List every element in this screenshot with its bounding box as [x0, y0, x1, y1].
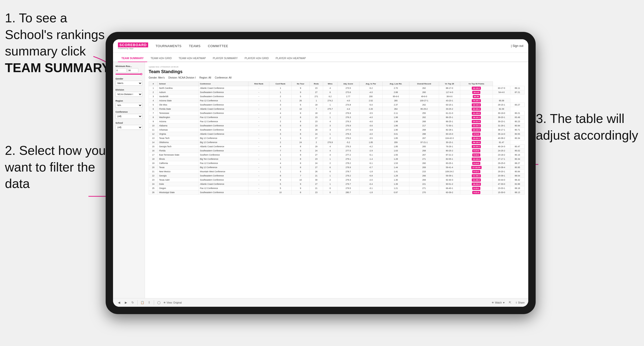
- filter-max-input[interactable]: [127, 68, 138, 73]
- table-cell: 278.7: [337, 170, 359, 174]
- table-row[interactable]: 14OklahomaBig 12 Conference-2242276.9-5.…: [149, 140, 524, 145]
- tab-team-h2h-grid[interactable]: TEAM H2H GRID: [147, 55, 175, 62]
- table-cell: 80.21: [510, 111, 524, 115]
- table-cell: Pac-12 Conference: [198, 99, 248, 103]
- toolbar-divider-1: [137, 300, 138, 305]
- table-cell: 23: [310, 190, 323, 195]
- points-badge: 23-23-1: [472, 145, 481, 148]
- table-cell: 1.30: [382, 178, 409, 182]
- table-cell: 268: [409, 120, 439, 124]
- table-row[interactable]: 1North CarolinaAtlantic Coast Conference…: [149, 86, 524, 90]
- table-cell: 92-40-3: [439, 178, 460, 182]
- tab-team-summary[interactable]: TEAM SUMMARY: [118, 55, 147, 62]
- table-title: Team Standings: [149, 69, 524, 74]
- table-row[interactable]: 10AlabamaSoutheastern Conference-5823327…: [149, 124, 524, 128]
- table-cell: 15-32-2: [460, 136, 493, 140]
- table-cell: 88.27: [510, 161, 524, 166]
- toolbar-forward-icon[interactable]: ▶: [124, 300, 128, 305]
- share-btn[interactable]: ⇧ Share: [515, 300, 524, 305]
- sign-out[interactable]: | Sign out: [511, 44, 524, 48]
- instruction-3: 3. The table will adjust accordingly: [536, 110, 639, 144]
- table-cell: Atlantic Coast Conference: [198, 182, 248, 186]
- table-row[interactable]: 24DukeAtlantic Coast Conference-59271279…: [149, 182, 524, 186]
- toolbar-copy-icon[interactable]: 📋: [140, 300, 144, 305]
- table-row[interactable]: 17East Tennessee StateSouthern Conferenc…: [149, 153, 524, 157]
- table-row[interactable]: 7TennesseeSoutheastern Conference-481822…: [149, 111, 524, 115]
- nav-teams[interactable]: TEAMS: [189, 44, 200, 48]
- filter-school-select[interactable]: (All): [116, 125, 142, 130]
- table-cell: 26: [292, 99, 310, 103]
- table-row[interactable]: 13Texas TechBig 12 Conference-19272276.0…: [149, 136, 524, 140]
- table-cell: 31-29-1: [493, 124, 510, 128]
- table-row[interactable]: 22GeorgiaSoutheastern Conference-8721127…: [149, 174, 524, 178]
- table-cell: 1.98: [382, 120, 409, 124]
- filter-gender-select[interactable]: Men's: [116, 81, 142, 86]
- table-row[interactable]: 19CaliforniaPac-12 Conference-48242278.2…: [149, 161, 524, 166]
- table-cell: 14-21-0: [460, 120, 493, 124]
- watch-btn[interactable]: 👁 Watch ▼: [492, 300, 505, 305]
- instruction-1: 1. To see a School's rankings summary cl…: [5, 10, 116, 76]
- table-cell: 276.3: [337, 120, 359, 124]
- table-cell: -3.8: [359, 128, 382, 132]
- table-cell: 80.71: [510, 128, 524, 132]
- table-cell: 54-4-0: [493, 90, 510, 94]
- tab-player-h2h-heatmap[interactable]: PLAYER H2H HEATMAP: [272, 55, 309, 62]
- toolbar-clock-icon[interactable]: ◯: [156, 300, 161, 305]
- table-cell: 6.2: [323, 94, 337, 99]
- table-row[interactable]: 5Ole MissSoutheastern Conference-3618127…: [149, 103, 524, 107]
- slider-bar[interactable]: [116, 74, 142, 75]
- toolbar-back-icon[interactable]: ◀: [117, 300, 121, 305]
- tab-player-h2h-grid[interactable]: PLAYER H2H GRID: [241, 55, 272, 62]
- table-cell: 9: [292, 86, 310, 90]
- table-row[interactable]: 8WashingtonPac-12 Conference-28231276.3-…: [149, 115, 524, 120]
- table-cell: 23: [310, 115, 323, 120]
- table-row[interactable]: 20TexasBig 12 Conference-38276278.9-0.71…: [149, 166, 524, 170]
- filter-region: Region N/A: [116, 100, 142, 108]
- table-row[interactable]: 25OregonPac-12 Conference-59210279.5-3.1…: [149, 186, 524, 190]
- table-row[interactable]: 2AuburnSoutheastern Conference-19276273.…: [149, 90, 524, 94]
- table-row[interactable]: 21New MexicoMountain West Conference-182…: [149, 170, 524, 174]
- filter-division-select[interactable]: NCAA Division I: [116, 92, 142, 97]
- table-row[interactable]: 23Texas A&MSoutheastern Conference-91030…: [149, 178, 524, 182]
- tab-player-summary[interactable]: PLAYER SUMMARY: [209, 55, 241, 62]
- view-original-btn[interactable]: 👁 View: Original: [164, 301, 182, 304]
- table-cell: 1: [323, 132, 337, 136]
- points-badge: 14-21-0: [472, 120, 481, 123]
- table-cell: -: [248, 157, 269, 161]
- table-cell: 13: [149, 136, 158, 140]
- table-row[interactable]: 16FloridaSoutheastern Conference-7924427…: [149, 149, 524, 153]
- table-cell: 1: [310, 99, 323, 103]
- filter-min-input[interactable]: [116, 68, 126, 73]
- table-row[interactable]: 26Mississippi StateSoutheastern Conferen…: [149, 190, 524, 195]
- table-cell: 10: [149, 124, 158, 128]
- table-cell: 109-24-2: [439, 170, 460, 174]
- table-row[interactable]: 18IllinoisBig Ten Conference-18231279.1-…: [149, 157, 524, 161]
- table-row[interactable]: 9ArizonaPac-12 Conference-28234276.3-4.6…: [149, 120, 524, 124]
- filter-region-select[interactable]: N/A: [116, 103, 142, 108]
- table-row[interactable]: 11ArkansasSoutheastern Conference-682832…: [149, 128, 524, 132]
- instruction-1-text: 1. To see a School's rankings summary cl…: [5, 11, 105, 58]
- table-cell: Big 12 Conference: [198, 140, 248, 145]
- tab-team-h2h-heatmap[interactable]: TEAM H2H HEATMAP: [175, 55, 209, 62]
- table-row[interactable]: 3VanderbiltSoutheastern Conference-25271…: [149, 94, 524, 99]
- toolbar-refresh-icon[interactable]: ↻: [130, 300, 135, 305]
- table-row[interactable]: 15Georgia TechAtlantic Coast Conference-…: [149, 145, 524, 149]
- table-cell: 1: [323, 103, 337, 107]
- nav-committee[interactable]: COMMITTEE: [208, 44, 228, 48]
- table-cell: -5.8: [359, 174, 382, 178]
- filter-conference-select[interactable]: (All): [116, 114, 142, 119]
- table-cell: 80.47: [510, 145, 524, 149]
- table-row[interactable]: 12VirginiaAtlantic Coast Conference-3824…: [149, 132, 524, 136]
- instruction-1-bold: TEAM SUMMARY: [5, 61, 110, 75]
- filter-minimum-rounding: Minimum Rou...: [116, 65, 142, 75]
- toolbar-expand-icon[interactable]: ⇱: [508, 300, 512, 305]
- table-row[interactable]: 6Florida StateAtlantic Coast Conference-…: [149, 107, 524, 111]
- table-cell: 265: [409, 145, 439, 149]
- table-row[interactable]: 4Arizona StatePac-12 Conference-1261274.…: [149, 99, 524, 103]
- toolbar-share-icon[interactable]: ⇧: [147, 300, 151, 305]
- table-cell: Oklahoma: [158, 140, 198, 145]
- table-cell: Duke: [158, 182, 198, 186]
- table-cell: Alabama: [158, 124, 198, 128]
- table-cell: 2: [310, 140, 323, 145]
- nav-tournaments[interactable]: TOURNAMENTS: [156, 44, 182, 48]
